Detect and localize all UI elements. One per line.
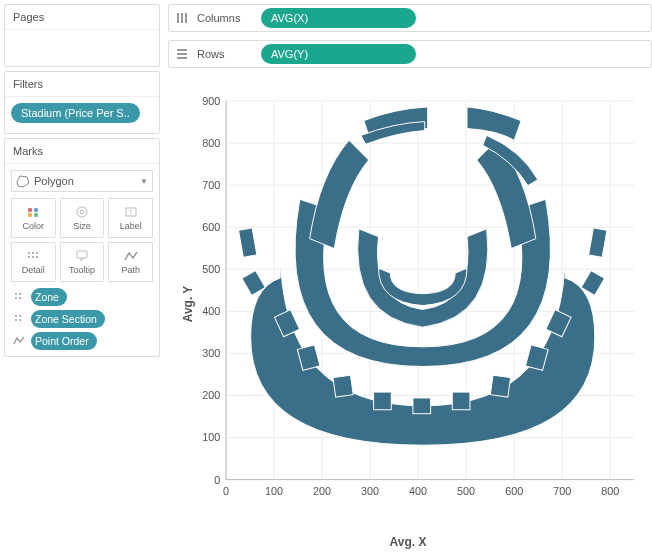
svg-text:100: 100 <box>202 431 220 443</box>
svg-point-22 <box>19 319 21 321</box>
svg-text:800: 800 <box>601 485 619 497</box>
rows-pill-avgy[interactable]: AVG(Y) <box>261 44 416 64</box>
svg-rect-53 <box>452 392 470 410</box>
label-icon: T <box>123 205 139 219</box>
rows-icon <box>175 47 189 61</box>
svg-rect-58 <box>581 270 604 295</box>
size-icon <box>74 205 90 219</box>
label-button[interactable]: T Label <box>108 198 153 238</box>
svg-point-0 <box>28 208 32 212</box>
svg-point-15 <box>15 293 17 295</box>
svg-point-16 <box>19 293 21 295</box>
svg-point-5 <box>80 210 84 214</box>
mark-field-point-order[interactable]: Point Order <box>11 332 153 350</box>
svg-rect-28 <box>177 57 187 59</box>
svg-point-9 <box>32 252 34 254</box>
detail-icon <box>11 291 27 303</box>
svg-point-17 <box>15 297 17 299</box>
tooltip-icon <box>74 249 90 263</box>
svg-text:200: 200 <box>313 485 331 497</box>
pages-header: Pages <box>5 5 159 30</box>
svg-point-19 <box>15 315 17 317</box>
svg-text:400: 400 <box>202 305 220 317</box>
path-button[interactable]: Path <box>108 242 153 282</box>
columns-label: Columns <box>197 12 253 24</box>
svg-text:700: 700 <box>553 485 571 497</box>
svg-point-1 <box>34 208 38 212</box>
path-icon <box>123 249 139 263</box>
svg-rect-52 <box>413 398 431 414</box>
svg-text:0: 0 <box>223 485 229 497</box>
color-button[interactable]: Color <box>11 198 56 238</box>
svg-text:300: 300 <box>361 485 379 497</box>
color-icon <box>25 205 41 219</box>
svg-text:700: 700 <box>202 179 220 191</box>
filters-header: Filters <box>5 72 159 97</box>
svg-text:T: T <box>129 209 134 216</box>
svg-point-2 <box>28 213 32 217</box>
detail-icon <box>25 249 41 263</box>
svg-rect-14 <box>77 251 87 258</box>
svg-text:300: 300 <box>202 347 220 359</box>
mark-type-dropdown[interactable]: Polygon ▼ <box>11 170 153 192</box>
svg-rect-25 <box>185 13 187 23</box>
svg-point-3 <box>34 213 38 217</box>
size-button[interactable]: Size <box>60 198 105 238</box>
filter-pill-stadium[interactable]: Stadium (Price Per S.. <box>11 103 140 123</box>
rows-label: Rows <box>197 48 253 60</box>
svg-rect-24 <box>181 13 183 23</box>
svg-point-8 <box>28 252 30 254</box>
detail-button[interactable]: Detail <box>11 242 56 282</box>
marks-header: Marks <box>5 139 159 164</box>
svg-text:900: 900 <box>202 95 220 107</box>
marks-panel: Marks Polygon ▼ Color Size <box>4 138 160 357</box>
pages-panel: Pages <box>4 4 160 67</box>
detail-icon <box>11 313 27 325</box>
svg-text:0: 0 <box>214 474 220 486</box>
svg-text:600: 600 <box>202 221 220 233</box>
svg-point-10 <box>36 252 38 254</box>
y-axis-title: Avg. Y <box>181 285 195 322</box>
polygon-icon <box>16 174 30 188</box>
svg-text:400: 400 <box>409 485 427 497</box>
svg-text:500: 500 <box>457 485 475 497</box>
columns-icon <box>175 11 189 25</box>
pages-shelf[interactable] <box>5 30 159 66</box>
columns-pill-avgx[interactable]: AVG(X) <box>261 8 416 28</box>
svg-rect-51 <box>374 392 392 410</box>
columns-shelf[interactable]: Columns AVG(X) <box>168 4 652 32</box>
svg-point-4 <box>77 207 87 217</box>
path-icon <box>11 335 27 347</box>
svg-rect-23 <box>177 13 179 23</box>
mark-fields: Zone Zone Section Point Order <box>11 288 153 350</box>
x-axis-title: Avg. X <box>164 535 652 553</box>
svg-point-11 <box>28 256 30 258</box>
chart-canvas: 0100200300400500600700800900 01002003004… <box>172 80 644 535</box>
svg-point-21 <box>15 319 17 321</box>
svg-rect-59 <box>239 228 257 258</box>
svg-point-13 <box>36 256 38 258</box>
svg-text:200: 200 <box>202 389 220 401</box>
filters-panel: Filters Stadium (Price Per S.. <box>4 71 160 134</box>
viz-area[interactable]: Avg. Y <box>164 72 652 535</box>
svg-rect-60 <box>589 228 607 258</box>
svg-point-20 <box>19 315 21 317</box>
svg-text:500: 500 <box>202 263 220 275</box>
mark-type-label: Polygon <box>34 175 74 187</box>
svg-rect-26 <box>177 49 187 51</box>
chevron-down-icon: ▼ <box>140 177 148 186</box>
svg-rect-50 <box>333 375 353 397</box>
svg-point-18 <box>19 297 21 299</box>
svg-rect-54 <box>490 375 510 397</box>
svg-text:800: 800 <box>202 137 220 149</box>
tooltip-button[interactable]: Tooltip <box>60 242 105 282</box>
filters-shelf[interactable]: Stadium (Price Per S.. <box>5 97 159 133</box>
mark-field-zone-section[interactable]: Zone Section <box>11 310 153 328</box>
marks-buttons: Color Size T Label Detail <box>11 198 153 282</box>
rows-shelf[interactable]: Rows AVG(Y) <box>168 40 652 68</box>
svg-text:600: 600 <box>505 485 523 497</box>
mark-field-zone[interactable]: Zone <box>11 288 153 306</box>
svg-text:100: 100 <box>265 485 283 497</box>
svg-rect-27 <box>177 53 187 55</box>
svg-point-12 <box>32 256 34 258</box>
